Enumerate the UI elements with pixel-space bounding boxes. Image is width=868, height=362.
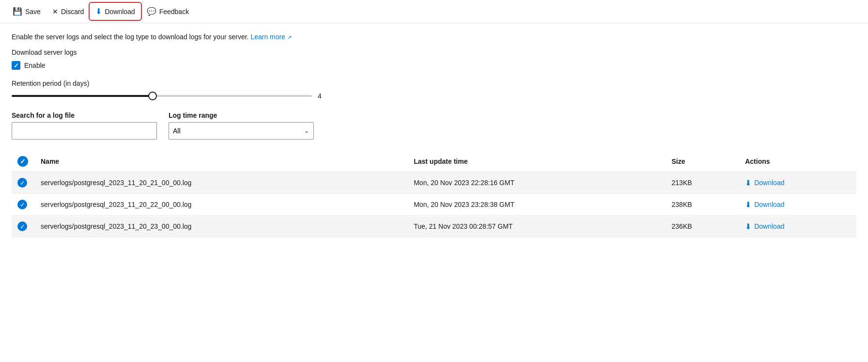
feedback-button[interactable]: 💬 Feedback <box>142 4 194 19</box>
row-action-1: ⬇ Download <box>739 194 856 216</box>
download-link-2[interactable]: ⬇ Download <box>745 222 851 231</box>
col-size-header: Size <box>666 151 740 172</box>
search-group: Search for a log file <box>12 111 157 140</box>
slider-thumb[interactable] <box>148 92 157 100</box>
download-label-0: Download <box>754 179 784 187</box>
checkmark-icon: ✓ <box>14 62 19 69</box>
info-text: Enable the server logs and select the lo… <box>12 33 856 41</box>
row-size-1: 238KB <box>666 194 740 216</box>
retention-label: Retention period (in days) <box>12 79 856 87</box>
discard-icon: ✕ <box>52 8 58 16</box>
slider-value: 4 <box>318 92 327 100</box>
download-label-1: Download <box>754 201 784 208</box>
toolbar: 💾 Save ✕ Discard ⬇ Download 💬 Feedback <box>0 0 868 23</box>
save-label: Save <box>25 8 41 16</box>
row-checkmark-1: ✓ <box>20 201 25 208</box>
col-last-update-header: Last update time <box>408 151 666 172</box>
search-input[interactable] <box>12 122 157 140</box>
download-icon-0: ⬇ <box>745 178 751 188</box>
download-icon-2: ⬇ <box>745 222 751 231</box>
col-name-header: Name <box>35 151 408 172</box>
download-section-label: Download server logs <box>12 48 856 56</box>
row-last-update-0: Mon, 20 Nov 2023 22:28:16 GMT <box>408 172 666 194</box>
enable-checkbox-row: ✓ Enable <box>12 61 856 70</box>
row-checkbox-1[interactable]: ✓ <box>17 200 27 209</box>
row-check-cell: ✓ <box>12 194 35 216</box>
download-button[interactable]: ⬇ Download <box>91 4 140 19</box>
row-checkbox-0[interactable]: ✓ <box>17 178 27 188</box>
save-icon: 💾 <box>13 7 22 16</box>
table-header-row: ✓ Name Last update time Size Actions <box>12 151 856 172</box>
row-action-0: ⬇ Download <box>739 172 856 194</box>
row-size-0: 213KB <box>666 172 740 194</box>
table-row: ✓ serverlogs/postgresql_2023_11_20_23_00… <box>12 216 856 237</box>
enable-label: Enable <box>24 62 46 69</box>
row-name-2: serverlogs/postgresql_2023_11_20_23_00_0… <box>35 216 408 237</box>
download-link-1[interactable]: ⬇ Download <box>745 200 851 209</box>
filter-row: Search for a log file Log time range All… <box>12 111 856 140</box>
download-link-0[interactable]: ⬇ Download <box>745 178 851 188</box>
row-checkmark-0: ✓ <box>20 179 25 187</box>
save-button[interactable]: 💾 Save <box>8 4 46 19</box>
retention-section: Retention period (in days) 4 <box>12 79 856 100</box>
row-size-2: 236KB <box>666 216 740 237</box>
row-check-cell: ✓ <box>12 216 35 237</box>
row-name-1: serverlogs/postgresql_2023_11_20_22_00_0… <box>35 194 408 216</box>
discard-label: Discard <box>61 8 84 16</box>
learn-more-link[interactable]: Learn more ↗ <box>250 33 291 41</box>
learn-more-label: Learn more <box>250 33 285 41</box>
row-check-cell: ✓ <box>12 172 35 194</box>
feedback-icon: 💬 <box>147 7 156 16</box>
download-icon-1: ⬇ <box>745 200 751 209</box>
row-last-update-1: Mon, 20 Nov 2023 23:28:38 GMT <box>408 194 666 216</box>
download-icon: ⬇ <box>95 7 102 16</box>
main-content: Enable the server logs and select the lo… <box>0 23 868 247</box>
table-row: ✓ serverlogs/postgresql_2023_11_20_21_00… <box>12 172 856 194</box>
select-all-checkmark: ✓ <box>20 157 26 165</box>
time-range-label: Log time range <box>169 111 314 119</box>
select-all-checkbox[interactable]: ✓ <box>17 156 28 167</box>
download-label-2: Download <box>754 222 784 230</box>
external-link-icon: ↗ <box>287 34 292 40</box>
row-checkbox-2[interactable]: ✓ <box>17 221 27 231</box>
log-table: ✓ Name Last update time Size Actions ✓ s… <box>12 151 856 237</box>
download-label: Download <box>105 8 135 16</box>
row-last-update-2: Tue, 21 Nov 2023 00:28:57 GMT <box>408 216 666 237</box>
slider-fill <box>12 95 153 97</box>
slider-row: 4 <box>12 92 856 100</box>
search-label: Search for a log file <box>12 111 157 119</box>
time-range-select-wrapper: All Last 1 hour Last 6 hours Last 12 hou… <box>169 122 314 140</box>
slider-track[interactable] <box>12 95 312 97</box>
feedback-label: Feedback <box>159 8 189 16</box>
row-name-0: serverlogs/postgresql_2023_11_20_21_00_0… <box>35 172 408 194</box>
row-action-2: ⬇ Download <box>739 216 856 237</box>
table-row: ✓ serverlogs/postgresql_2023_11_20_22_00… <box>12 194 856 216</box>
row-checkmark-2: ✓ <box>20 223 25 230</box>
enable-checkbox[interactable]: ✓ <box>12 61 20 70</box>
time-range-select[interactable]: All Last 1 hour Last 6 hours Last 12 hou… <box>169 122 314 140</box>
table-header-check: ✓ <box>12 151 35 172</box>
time-range-group: Log time range All Last 1 hour Last 6 ho… <box>169 111 314 140</box>
info-description: Enable the server logs and select the lo… <box>12 33 249 41</box>
discard-button[interactable]: ✕ Discard <box>47 5 89 18</box>
col-actions-header: Actions <box>739 151 856 172</box>
